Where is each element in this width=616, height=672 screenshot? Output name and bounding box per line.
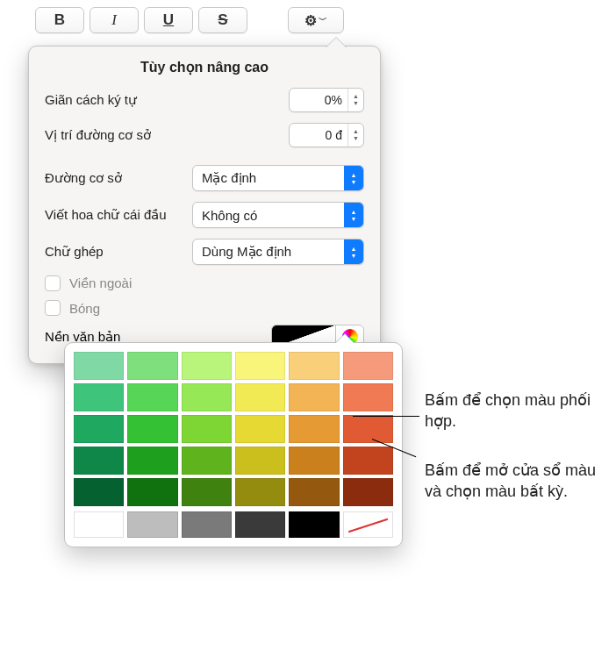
- color-swatch[interactable]: [182, 447, 232, 475]
- color-swatch[interactable]: [235, 383, 285, 411]
- color-swatch[interactable]: [182, 511, 232, 538]
- color-swatch[interactable]: [127, 383, 177, 411]
- color-swatch[interactable]: [289, 478, 339, 506]
- color-swatch[interactable]: [74, 511, 124, 538]
- color-swatch-popover: [64, 342, 403, 547]
- color-swatch[interactable]: [289, 352, 339, 380]
- color-swatch[interactable]: [182, 352, 232, 380]
- char-spacing-stepper[interactable]: 0% ▲▼: [289, 88, 364, 112]
- color-swatch[interactable]: [127, 415, 177, 443]
- color-swatch[interactable]: [127, 447, 177, 475]
- color-swatch[interactable]: [74, 447, 124, 475]
- color-swatch[interactable]: [289, 511, 339, 538]
- char-spacing-value: 0%: [290, 93, 347, 107]
- color-swatch[interactable]: [182, 383, 232, 411]
- baseline-shift-stepper[interactable]: 0 đ ▲▼: [289, 123, 364, 147]
- baseline-shift-value: 0 đ: [290, 128, 347, 142]
- color-swatch[interactable]: [127, 478, 177, 506]
- select-arrows-icon: ▲▼: [344, 239, 363, 264]
- color-swatch[interactable]: [343, 415, 393, 443]
- bold-button[interactable]: B: [35, 7, 84, 33]
- panel-title: Tùy chọn nâng cao: [45, 59, 364, 75]
- color-swatch[interactable]: [182, 415, 232, 443]
- color-swatch[interactable]: [343, 478, 393, 506]
- callout-swatch: Bấm để chọn màu phối hợp.: [425, 390, 600, 433]
- underline-button[interactable]: U: [144, 7, 193, 33]
- format-toolbar: B I U S ⚙ ﹀: [0, 0, 616, 40]
- char-spacing-label: Giãn cách ký tự: [45, 92, 137, 108]
- color-swatch[interactable]: [74, 415, 124, 443]
- preset-color-grid: [74, 352, 393, 506]
- color-swatch[interactable]: [127, 511, 177, 538]
- select-arrows-icon: ▲▼: [344, 166, 363, 190]
- color-swatch[interactable]: [289, 383, 339, 411]
- shadow-label: Bóng: [69, 301, 100, 316]
- color-swatch[interactable]: [235, 511, 285, 538]
- color-swatch[interactable]: [74, 352, 124, 380]
- color-swatch[interactable]: [289, 415, 339, 443]
- color-swatch[interactable]: [343, 383, 393, 411]
- color-swatch[interactable]: [235, 415, 285, 443]
- color-swatch[interactable]: [235, 352, 285, 380]
- advanced-options-popover: Tùy chọn nâng cao Giãn cách ký tự 0% ▲▼ …: [28, 46, 381, 364]
- outline-label: Viền ngoài: [69, 275, 132, 291]
- shadow-checkbox[interactable]: [45, 300, 61, 316]
- select-arrows-icon: ▲▼: [344, 203, 363, 227]
- stepper-arrows-icon[interactable]: ▲▼: [347, 124, 363, 147]
- color-swatch[interactable]: [74, 383, 124, 411]
- ligatures-label: Chữ ghép: [45, 244, 104, 260]
- leader-line: [353, 416, 419, 417]
- advanced-options-button[interactable]: ⚙ ﹀: [288, 7, 344, 33]
- color-swatch[interactable]: [289, 447, 339, 475]
- color-swatch[interactable]: [127, 352, 177, 380]
- ligatures-select[interactable]: Dùng Mặc định ▲▼: [192, 239, 364, 265]
- grayscale-row: [74, 511, 393, 538]
- color-swatch[interactable]: [343, 447, 393, 475]
- strikethrough-button[interactable]: S: [198, 7, 247, 33]
- color-swatch[interactable]: [74, 478, 124, 506]
- no-color-swatch[interactable]: [343, 511, 393, 538]
- baseline-select[interactable]: Mặc định ▲▼: [192, 165, 364, 191]
- color-swatch[interactable]: [343, 352, 393, 380]
- gear-icon: ⚙: [304, 12, 317, 29]
- baseline-label: Đường cơ sở: [45, 170, 122, 186]
- stepper-arrows-icon[interactable]: ▲▼: [347, 89, 363, 111]
- capitalization-select[interactable]: Không có ▲▼: [192, 202, 364, 228]
- chevron-down-icon: ﹀: [319, 14, 327, 26]
- capitalization-label: Viết hoa chữ cái đầu: [45, 207, 167, 223]
- color-swatch[interactable]: [182, 478, 232, 506]
- color-swatch[interactable]: [235, 447, 285, 475]
- baseline-shift-label: Vị trí đường cơ sở: [45, 127, 151, 143]
- outline-checkbox[interactable]: [45, 275, 61, 291]
- callout-wheel: Bấm để mở cửa sổ màu và chọn màu bất kỳ.: [425, 460, 600, 503]
- color-swatch[interactable]: [235, 478, 285, 506]
- italic-button[interactable]: I: [90, 7, 139, 33]
